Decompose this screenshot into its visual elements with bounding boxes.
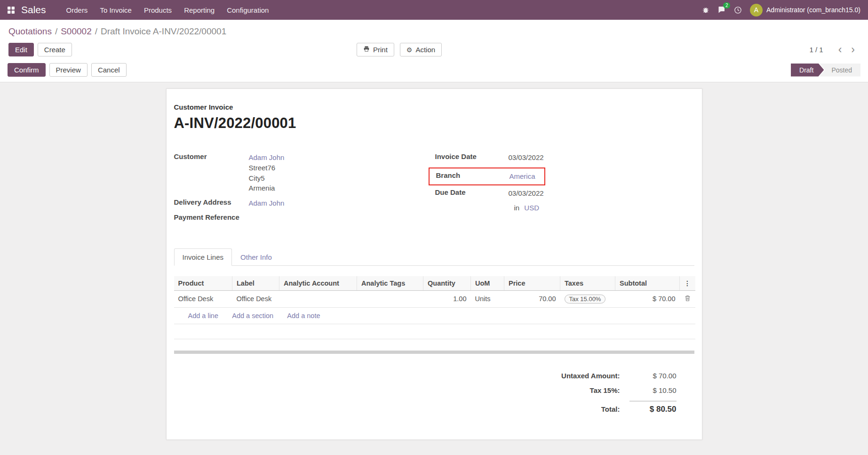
total-row: Total: $ 80.50 [601, 401, 677, 414]
due-date-label: Due Date [435, 188, 509, 196]
status-step-posted[interactable]: Posted [819, 64, 860, 77]
apps-grid-icon[interactable] [8, 7, 15, 14]
breadcrumb-separator: / [95, 26, 97, 36]
tab-other-info[interactable]: Other Info [232, 248, 280, 266]
status-pipeline: Draft Posted [791, 64, 860, 77]
user-menu[interactable]: A Administrator (com_branch15.0) [750, 4, 860, 16]
form-statusbar: Confirm Preview Cancel Draft Posted [0, 61, 868, 82]
nav-menu: Orders To Invoice Products Reporting Con… [60, 1, 275, 19]
customer-link[interactable]: Adam John [249, 153, 285, 161]
currency-prefix: in [514, 204, 520, 212]
tax-pill[interactable]: Tax 15.00% [565, 295, 606, 303]
cell-subtotal: $ 70.00 [615, 290, 680, 307]
breadcrumb-s00002-link[interactable]: S00002 [61, 26, 92, 36]
nav-item-configuration[interactable]: Configuration [221, 1, 275, 19]
nav-item-orders[interactable]: Orders [60, 1, 94, 19]
payment-reference-label: Payment Reference [174, 213, 249, 221]
cell-price[interactable]: 70.00 [504, 290, 560, 307]
activities-clock-icon[interactable] [734, 6, 742, 14]
col-header-price[interactable]: Price [504, 276, 560, 291]
cell-quantity[interactable]: 1.00 [423, 290, 471, 307]
add-a-line-link[interactable]: Add a line [188, 312, 219, 319]
due-date-field: Due Date 03/03/2022 [435, 188, 694, 199]
invoice-line-row[interactable]: Office Desk Office Desk 1.00 Units 70.00… [174, 290, 695, 307]
invoice-date-label: Invoice Date [435, 152, 509, 160]
pager-previous-icon[interactable]: ‹ [838, 45, 842, 54]
col-header-product[interactable]: Product [174, 276, 232, 291]
cell-label[interactable]: Office Desk [232, 290, 279, 307]
tax-row: Tax 15%: $ 10.50 [590, 386, 677, 394]
field-column-right: Invoice Date 03/03/2022 Branch America D… [435, 152, 694, 226]
document-type-label: Customer Invoice [174, 103, 694, 111]
invoice-lines-table: Product Label Analytic Account Analytic … [174, 276, 695, 339]
cell-analytic-account[interactable] [279, 290, 357, 307]
cell-uom[interactable]: Units [471, 290, 504, 307]
status-step-draft[interactable]: Draft [791, 64, 824, 77]
untaxed-amount-label: Untaxed Amount: [561, 372, 620, 380]
col-header-quantity[interactable]: Quantity [423, 276, 471, 291]
col-header-uom[interactable]: UoM [471, 276, 504, 291]
col-header-taxes[interactable]: Taxes [560, 276, 615, 291]
branch-link[interactable]: America [510, 172, 535, 180]
currency-field: in USD [435, 203, 694, 213]
user-name-label: Administrator (com_branch15.0) [766, 6, 860, 14]
action-label: Action [415, 46, 435, 54]
cell-product[interactable]: Office Desk [174, 290, 232, 307]
payment-reference-field: Payment Reference [174, 213, 435, 221]
confirm-button[interactable]: Confirm [8, 63, 46, 77]
col-header-subtotal[interactable]: Subtotal [615, 276, 680, 291]
branch-label: Branch [436, 171, 510, 182]
messages-badge: 2 [723, 2, 730, 8]
nav-item-to-invoice[interactable]: To Invoice [94, 1, 138, 19]
table-header-row: Product Label Analytic Account Analytic … [174, 276, 695, 291]
create-button[interactable]: Create [38, 43, 72, 56]
cell-analytic-tags[interactable] [357, 290, 423, 307]
app-brand[interactable]: Sales [21, 4, 46, 16]
col-header-label[interactable]: Label [232, 276, 279, 291]
col-header-analytic-tags[interactable]: Analytic Tags [357, 276, 423, 291]
pager-next-icon[interactable]: › [851, 45, 855, 54]
delivery-address-link[interactable]: Adam John [249, 199, 285, 207]
bug-icon[interactable] [702, 6, 709, 14]
form-view: Customer Invoice A-INV/2022/00001 Custom… [0, 82, 868, 455]
action-button[interactable]: ⚙Action [400, 43, 442, 56]
center-actions: Print ⚙Action [357, 43, 442, 56]
invoice-number: A-INV/2022/00001 [174, 115, 694, 132]
pager-value: 1 / 1 [809, 46, 823, 54]
print-label: Print [373, 46, 388, 54]
tax-value: $ 10.50 [629, 386, 677, 394]
col-header-analytic-account[interactable]: Analytic Account [279, 276, 357, 291]
currency-link[interactable]: USD [524, 204, 539, 212]
due-date-value[interactable]: 03/03/2022 [509, 188, 544, 199]
print-button[interactable]: Print [357, 43, 394, 56]
pager: 1 / 1 ‹ › [809, 45, 855, 54]
preview-button[interactable]: Preview [49, 63, 88, 77]
breadcrumb-separator: / [55, 26, 57, 36]
delete-line-icon[interactable] [680, 290, 695, 307]
nav-item-products[interactable]: Products [138, 1, 178, 19]
cell-taxes: Tax 15.00% [560, 290, 615, 307]
cancel-button[interactable]: Cancel [91, 63, 127, 77]
optional-columns-icon[interactable]: ⋮ [680, 276, 695, 291]
breadcrumb-quotations-link[interactable]: Quotations [8, 26, 52, 36]
totals-block: Untaxed Amount: $ 70.00 Tax 15%: $ 10.50… [174, 372, 694, 421]
customer-field: Customer Adam John Street76 City5 Armeni… [174, 152, 435, 193]
customer-address-line: Street76 [249, 163, 285, 173]
invoice-date-value[interactable]: 03/03/2022 [509, 152, 544, 163]
field-column-left: Customer Adam John Street76 City5 Armeni… [174, 152, 435, 226]
notebook-tabs: Invoice Lines Other Info [174, 248, 694, 266]
customer-label: Customer [174, 152, 249, 160]
breadcrumb: Quotations/S00002/Draft Invoice A-INV/20… [0, 20, 868, 39]
printer-icon [363, 46, 370, 54]
edit-button[interactable]: Edit [8, 43, 34, 56]
messages-icon[interactable]: 2 [717, 6, 726, 14]
nav-item-reporting[interactable]: Reporting [178, 1, 221, 19]
invoice-sheet: Customer Invoice A-INV/2022/00001 Custom… [166, 88, 702, 440]
empty-line-row [174, 324, 695, 339]
invoice-date-field: Invoice Date 03/03/2022 [435, 152, 694, 163]
add-a-section-link[interactable]: Add a section [232, 312, 273, 319]
tab-invoice-lines[interactable]: Invoice Lines [174, 248, 232, 266]
red-highlight-box: Branch America [429, 168, 545, 185]
control-panel: Edit Create Print ⚙Action 1 / 1 ‹ › [0, 39, 868, 61]
add-a-note-link[interactable]: Add a note [287, 312, 320, 319]
